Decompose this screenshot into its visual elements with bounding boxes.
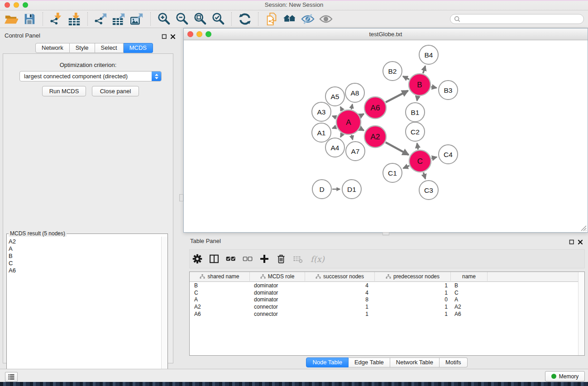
criterion-select[interactable]: largest connected component (directed)	[19, 71, 162, 81]
mcds-result-item[interactable]: B	[9, 253, 162, 260]
mcds-result-list: A2ABCA6	[7, 237, 162, 383]
graph-node-A4[interactable]: A4	[325, 138, 344, 157]
graph-node-A1[interactable]: A1	[312, 123, 331, 142]
network-canvas[interactable]: B4B2BB3A8A5A6A3B1AA1C2A2A4A7C4CC1C3DD1	[184, 40, 588, 232]
graph-node-B1[interactable]: B1	[406, 103, 425, 122]
zoom-fit-icon	[193, 12, 207, 26]
mcds-result-item[interactable]: A	[9, 245, 162, 253]
divider-handle-horizontal[interactable]	[382, 232, 389, 235]
resize-grip-icon[interactable]	[579, 224, 587, 231]
table-row[interactable]: Cdominator41C	[190, 289, 578, 296]
hierarchy-icon	[386, 274, 391, 279]
mcds-result-scrollbar[interactable]	[161, 237, 167, 383]
import-table-button[interactable]	[65, 11, 83, 27]
tab-node-table[interactable]: Node Table	[306, 357, 349, 367]
search-input[interactable]	[463, 14, 583, 24]
open-file-button[interactable]	[2, 11, 20, 27]
export-image-button[interactable]	[128, 11, 146, 27]
column-header-predecessor-nodes[interactable]: predecessor nodes	[375, 272, 451, 281]
gear-button[interactable]	[192, 253, 202, 265]
graph-node-B4[interactable]: B4	[419, 45, 438, 64]
cell-MCDS-role: connector	[250, 311, 305, 317]
graph-node-A7[interactable]: A7	[346, 142, 365, 161]
export-table-button[interactable]	[110, 11, 128, 27]
table-row[interactable]: A6connector11A6	[190, 310, 578, 318]
graph-node-B2[interactable]: B2	[383, 62, 402, 81]
criterion-value: largest connected component (directed)	[20, 73, 152, 80]
close-panel-button[interactable]: Close panel	[92, 86, 139, 96]
graph-node-D[interactable]: D	[312, 180, 331, 199]
search-box[interactable]	[450, 14, 584, 24]
graph-node-A[interactable]: A	[336, 110, 361, 134]
graph-node-B[interactable]: B	[409, 74, 430, 95]
mcds-result-item[interactable]: A2	[9, 238, 162, 245]
graph-node-label: A8	[351, 89, 359, 97]
houses-button[interactable]	[281, 11, 299, 27]
graph-node-A8[interactable]: A8	[345, 83, 364, 102]
table-row[interactable]: A2connector11A2	[190, 303, 578, 310]
control-panel-float-button[interactable]	[162, 33, 167, 39]
graph-node-A2[interactable]: A2	[364, 126, 386, 148]
mcds-result-item[interactable]: A6	[9, 267, 162, 274]
tab-style[interactable]: Style	[70, 43, 95, 53]
task-history-button[interactable]	[5, 372, 18, 382]
divider-handle-vertical[interactable]	[179, 194, 183, 201]
deselect-all-button[interactable]	[243, 253, 253, 265]
column-header-MCDS-role[interactable]: MCDS role	[250, 272, 305, 281]
select-stepper-icon[interactable]	[152, 71, 161, 81]
column-header-name[interactable]: name	[451, 272, 488, 281]
graph-node-C4[interactable]: C4	[439, 145, 458, 164]
import-network-button[interactable]	[47, 11, 65, 27]
select-all-button[interactable]	[226, 253, 236, 265]
tab-edge-table[interactable]: Edge Table	[349, 357, 390, 367]
toolbar-separator	[87, 12, 88, 26]
tab-select[interactable]: Select	[95, 43, 124, 53]
table-row[interactable]: Adominator80A	[190, 296, 578, 304]
graph-node-A5[interactable]: A5	[325, 87, 344, 106]
run-mcds-button[interactable]: Run MCDS	[42, 86, 86, 96]
tab-motifs[interactable]: Motifs	[440, 357, 468, 367]
tab-mcds[interactable]: MCDS	[124, 43, 153, 53]
network-graph[interactable]: B4B2BB3A8A5A6A3B1AA1C2A2A4A7C4CC1C3DD1	[184, 40, 588, 232]
export-network-button[interactable]	[92, 11, 110, 27]
graph-node-B3[interactable]: B3	[439, 81, 458, 100]
zoom-fit-button[interactable]	[191, 11, 209, 27]
column-header-successor-nodes[interactable]: successor nodes	[305, 272, 375, 281]
eye-button[interactable]	[317, 11, 335, 27]
toolbar-separator	[43, 12, 43, 26]
tab-network-table[interactable]: Network Table	[390, 357, 440, 367]
graph-node-C[interactable]: C	[409, 150, 431, 172]
graph-node-C1[interactable]: C1	[383, 163, 402, 182]
eye-slash-button[interactable]	[299, 11, 317, 27]
zoom-selected-button[interactable]	[209, 11, 227, 27]
delete-button[interactable]	[276, 253, 286, 265]
refresh-button[interactable]	[236, 11, 254, 27]
table-row[interactable]: Bdominator41B	[190, 282, 578, 289]
graph-node-A6[interactable]: A6	[364, 97, 386, 119]
graph-node-C2[interactable]: C2	[406, 122, 425, 141]
zoom-in-button[interactable]	[155, 11, 173, 27]
memory-status-icon	[551, 374, 556, 379]
documents-share-button[interactable]	[263, 11, 281, 27]
zoom-out-button[interactable]	[173, 11, 191, 27]
select-all-icon	[226, 253, 236, 264]
graph-node-D1[interactable]: D1	[342, 180, 361, 199]
tab-network[interactable]: Network	[35, 43, 70, 53]
table-scrollbar[interactable]	[578, 272, 584, 355]
add-button[interactable]	[259, 253, 269, 265]
control-panel-close-button[interactable]	[170, 33, 176, 39]
mcds-result-item[interactable]: C	[9, 260, 162, 267]
table-panel-float-button[interactable]	[569, 238, 575, 244]
cell-MCDS-role: connector	[250, 304, 305, 310]
column-header-shared-name[interactable]: shared name	[190, 272, 250, 281]
list-icon	[8, 374, 15, 380]
graph-node-C3[interactable]: C3	[419, 181, 438, 200]
table-panel-close-button[interactable]	[578, 238, 583, 244]
split-view-button[interactable]	[209, 253, 219, 265]
graph-node-A3[interactable]: A3	[312, 102, 331, 121]
cell-predecessor-nodes: 1	[375, 304, 451, 310]
delete-table-button	[293, 253, 303, 265]
cell-MCDS-role: dominator	[250, 290, 305, 296]
save-session-button[interactable]	[20, 11, 38, 27]
memory-button[interactable]: Memory	[545, 371, 585, 381]
